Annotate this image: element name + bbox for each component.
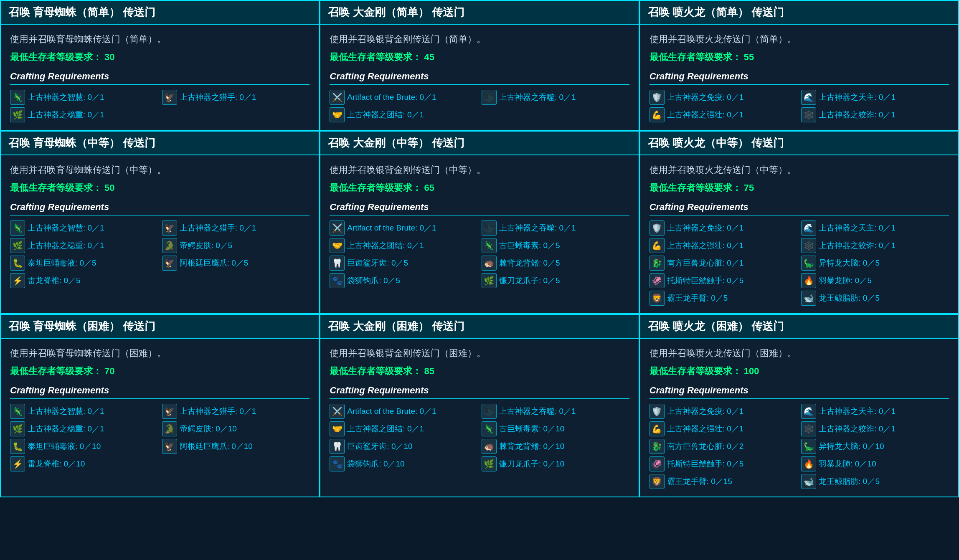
req-text-gorilla-medium-5: 棘背龙背鳍: 0／5 <box>499 258 560 269</box>
req-item-spider-medium-2: 🌿上古神器之稳重: 0／1 <box>10 238 158 253</box>
card-header-dragon-hard: 召唤 喷火龙（困难） 传送门 <box>640 315 958 339</box>
req-item-dragon-medium-7: 🔥羽暴龙肺: 0／5 <box>801 273 949 288</box>
req-text-gorilla-hard-5: 棘背龙背鳍: 0／10 <box>499 441 564 452</box>
req-item-dragon-hard-0: 🛡️上古神器之免疫: 0／1 <box>649 404 797 419</box>
req-item-gorilla-medium-2: 🤝上古神器之团结: 0／1 <box>330 238 477 253</box>
card-body-dragon-easy: 使用并召唤喷火龙传送门（简单）。最低生存者等级要求： 55Crafting Re… <box>640 25 958 130</box>
req-icon-dragon-hard-3: 🕸️ <box>801 421 816 436</box>
req-item-dragon-easy-0: 🛡️上古神器之免疫: 0／1 <box>649 90 797 105</box>
req-icon-gorilla-medium-2: 🤝 <box>330 238 345 253</box>
req-item-dragon-medium-9: 🐋龙王鲸脂肪: 0／5 <box>801 291 949 306</box>
req-text-spider-medium-2: 上古神器之稳重: 0／1 <box>28 240 104 251</box>
card-header-gorilla-medium: 召唤 大金刚（中等） 传送门 <box>320 132 638 155</box>
crafting-title-dragon-hard: Crafting Requirements <box>649 385 949 399</box>
card-body-dragon-hard: 使用并召唤喷火龙传送门（困难）。最低生存者等级要求： 100Crafting R… <box>640 339 958 497</box>
req-text-dragon-easy-3: 上古神器之狡诈: 0／1 <box>819 109 896 120</box>
req-text-dragon-easy-2: 上古神器之强壮: 0／1 <box>667 109 744 120</box>
req-text-spider-easy-2: 上古神器之稳重: 0／1 <box>28 109 104 120</box>
crafting-title-dragon-easy: Crafting Requirements <box>649 71 949 85</box>
card-body-spider-medium: 使用并召唤育母蜘蛛传送门（中等）。最低生存者等级要求： 50Crafting R… <box>1 155 319 313</box>
description-spider-easy: 使用并召唤育母蜘蛛传送门（简单）。 <box>10 32 310 46</box>
req-icon-spider-medium-4: 🐛 <box>10 256 25 271</box>
req-item-dragon-medium-5: 🦕异特龙大脑: 0／5 <box>801 256 949 271</box>
req-text-dragon-easy-0: 上古神器之免疫: 0／1 <box>667 92 744 103</box>
req-text-spider-hard-6: 雷龙脊椎: 0／10 <box>28 459 85 469</box>
req-text-dragon-medium-0: 上古神器之免疫: 0／1 <box>667 223 744 233</box>
req-icon-dragon-medium-9: 🐋 <box>801 291 816 306</box>
description-dragon-medium: 使用并召唤喷火龙传送门（中等）。 <box>649 163 949 177</box>
req-text-spider-hard-0: 上古神器之智慧: 0／1 <box>28 406 104 417</box>
req-text-spider-easy-1: 上古神器之猎手: 0／1 <box>180 92 256 103</box>
req-icon-spider-easy-1: 🦅 <box>162 90 177 105</box>
description-dragon-hard: 使用并召唤喷火龙传送门（困难）。 <box>649 346 949 360</box>
req-text-gorilla-easy-0: Artifact of the Brute: 0／1 <box>347 92 436 103</box>
req-text-spider-medium-0: 上古神器之智慧: 0／1 <box>28 223 104 233</box>
req-icon-spider-medium-2: 🌿 <box>10 238 25 253</box>
req-icon-spider-hard-5: 🦅 <box>162 439 177 454</box>
crafting-title-gorilla-medium: Crafting Requirements <box>330 202 629 215</box>
req-icon-gorilla-medium-5: 🦔 <box>482 256 497 271</box>
req-item-dragon-hard-8: 🦁霸王龙手臂: 0／15 <box>649 474 797 489</box>
req-text-dragon-hard-8: 霸王龙手臂: 0／15 <box>667 476 732 487</box>
req-icon-gorilla-medium-4: 🦷 <box>330 256 345 271</box>
req-icon-spider-hard-6: ⚡ <box>10 456 25 471</box>
req-icon-spider-medium-1: 🦅 <box>162 220 177 236</box>
card-spider-hard: 召唤 育母蜘蛛（困难） 传送门使用并召唤育母蜘蛛传送门（困难）。最低生存者等级要… <box>0 314 320 497</box>
req-item-gorilla-medium-1: 🌑上古神器之吞噬: 0／1 <box>482 220 629 236</box>
req-item-spider-hard-6: ⚡雷龙脊椎: 0／10 <box>10 456 158 471</box>
card-spider-easy: 召唤 育母蜘蛛（简单） 传送门使用并召唤育母蜘蛛传送门（简单）。最低生存者等级要… <box>0 0 320 131</box>
req-item-gorilla-medium-6: 🐾袋狮钩爪: 0／5 <box>330 273 477 288</box>
req-item-gorilla-easy-0: ⚔️Artifact of the Brute: 0／1 <box>330 90 477 105</box>
req-item-dragon-hard-1: 🌊上古神器之天主: 0／1 <box>801 404 949 419</box>
description-spider-hard: 使用并召唤育母蜘蛛传送门（困难）。 <box>10 346 310 360</box>
req-icon-dragon-easy-3: 🕸️ <box>801 107 816 122</box>
req-item-dragon-easy-3: 🕸️上古神器之狡诈: 0／1 <box>801 107 949 122</box>
req-item-spider-hard-5: 🦅阿根廷巨鹰爪: 0／10 <box>162 439 310 454</box>
card-gorilla-medium: 召唤 大金刚（中等） 传送门使用并召唤银背金刚传送门（中等）。最低生存者等级要求… <box>320 131 639 314</box>
crafting-title-spider-easy: Crafting Requirements <box>10 71 310 85</box>
req-icon-spider-hard-1: 🦅 <box>162 404 177 419</box>
crafting-title-spider-hard: Crafting Requirements <box>10 385 310 399</box>
description-gorilla-easy: 使用并召唤银背金刚传送门（简单）。 <box>330 32 629 46</box>
card-body-gorilla-hard: 使用并召唤银背金刚传送门（困难）。最低生存者等级要求： 85Crafting R… <box>320 339 638 497</box>
level-req-dragon-hard: 最低生存者等级要求： 100 <box>649 365 949 378</box>
req-icon-dragon-medium-4: 🐉 <box>649 256 665 271</box>
req-text-spider-medium-3: 帝鳄皮肤: 0／5 <box>180 240 233 251</box>
req-text-dragon-hard-6: 托斯特巨觥触手: 0／5 <box>667 459 744 469</box>
level-req-gorilla-easy: 最低生存者等级要求： 45 <box>330 51 629 63</box>
req-icon-dragon-medium-5: 🦕 <box>801 256 816 271</box>
req-item-gorilla-hard-4: 🦷巨齿鲨牙齿: 0／10 <box>330 439 477 454</box>
req-item-spider-hard-3: 🐊帝鳄皮肤: 0／10 <box>162 421 310 436</box>
req-text-gorilla-hard-1: 上古神器之吞噬: 0／1 <box>499 406 576 417</box>
req-icon-dragon-hard-9: 🐋 <box>801 474 816 489</box>
req-icon-spider-medium-3: 🐊 <box>162 238 177 253</box>
requirements-grid-gorilla-easy: ⚔️Artifact of the Brute: 0／1🌑上古神器之吞噬: 0／… <box>330 90 629 122</box>
req-item-spider-hard-1: 🦅上古神器之猎手: 0／1 <box>162 404 310 419</box>
req-icon-gorilla-easy-2: 🤝 <box>330 107 345 122</box>
req-item-dragon-hard-6: 🦑托斯特巨觥触手: 0／5 <box>649 456 797 471</box>
req-icon-spider-easy-2: 🌿 <box>10 107 25 122</box>
card-dragon-medium: 召唤 喷火龙（中等） 传送门使用并召唤喷火龙传送门（中等）。最低生存者等级要求：… <box>639 131 959 314</box>
req-text-gorilla-hard-7: 镰刀龙爪子: 0／10 <box>499 459 564 469</box>
req-text-spider-hard-1: 上古神器之猎手: 0／1 <box>180 406 256 417</box>
req-item-gorilla-medium-7: 🌿镰刀龙爪子: 0／5 <box>482 273 629 288</box>
req-item-gorilla-medium-4: 🦷巨齿鲨牙齿: 0／5 <box>330 256 477 271</box>
requirements-grid-dragon-hard: 🛡️上古神器之免疫: 0／1🌊上古神器之天主: 0／1💪上古神器之强壮: 0／1… <box>649 404 949 489</box>
req-item-spider-medium-5: 🦅阿根廷巨鹰爪: 0／5 <box>162 256 310 271</box>
card-gorilla-hard: 召唤 大金刚（困难） 传送门使用并召唤银背金刚传送门（困难）。最低生存者等级要求… <box>320 314 639 497</box>
req-text-dragon-medium-7: 羽暴龙肺: 0／5 <box>819 275 872 286</box>
req-text-gorilla-medium-7: 镰刀龙爪子: 0／5 <box>499 275 560 286</box>
req-item-spider-hard-0: 🦎上古神器之智慧: 0／1 <box>10 404 158 419</box>
req-text-dragon-medium-2: 上古神器之强壮: 0／1 <box>667 240 744 251</box>
card-header-spider-hard: 召唤 育母蜘蛛（困难） 传送门 <box>1 315 319 339</box>
main-grid: 召唤 育母蜘蛛（简单） 传送门使用并召唤育母蜘蛛传送门（简单）。最低生存者等级要… <box>0 0 959 497</box>
req-item-dragon-hard-7: 🔥羽暴龙肺: 0／10 <box>801 456 949 471</box>
level-req-gorilla-medium: 最低生存者等级要求： 65 <box>330 182 629 194</box>
req-text-gorilla-easy-2: 上古神器之团结: 0／1 <box>347 109 424 120</box>
req-icon-dragon-hard-0: 🛡️ <box>649 404 665 419</box>
card-header-spider-medium: 召唤 育母蜘蛛（中等） 传送门 <box>1 132 319 155</box>
card-spider-medium: 召唤 育母蜘蛛（中等） 传送门使用并召唤育母蜘蛛传送门（中等）。最低生存者等级要… <box>0 131 320 314</box>
card-header-gorilla-hard: 召唤 大金刚（困难） 传送门 <box>320 315 638 339</box>
req-text-gorilla-hard-6: 袋狮钩爪: 0／10 <box>347 459 404 469</box>
card-dragon-easy: 召唤 喷火龙（简单） 传送门使用并召唤喷火龙传送门（简单）。最低生存者等级要求：… <box>639 0 959 131</box>
